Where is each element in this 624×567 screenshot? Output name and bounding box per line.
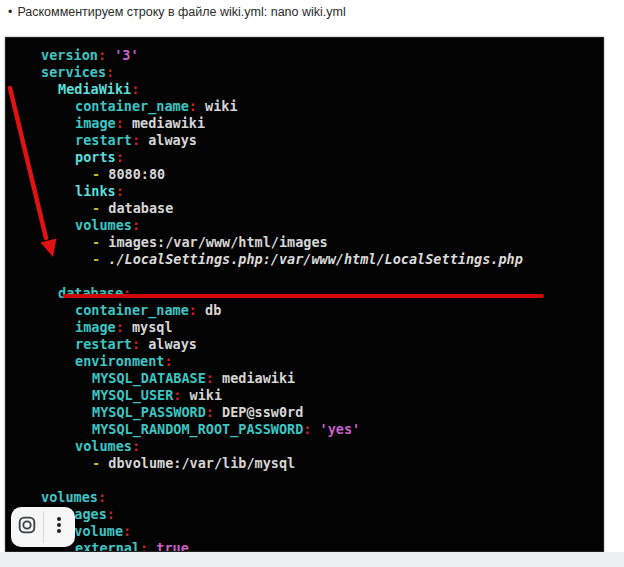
code-line: environment: [41, 353, 603, 370]
code-segment: restart [75, 132, 132, 148]
code-segment: services [41, 64, 106, 80]
code-segment: : [132, 438, 140, 454]
lens-icon [16, 514, 38, 540]
code-segment: : [132, 336, 140, 352]
code-segment: : [106, 64, 114, 80]
code-line: MYSQL_PASSWORD: DEP@ssw0rd [41, 404, 603, 421]
terminal-screenshot: version: '3'services:MediaWiki:container… [5, 37, 604, 552]
code-line: links: [41, 183, 603, 200]
code-segment: DEP@ssw0rd [214, 404, 303, 420]
code-segment: mediawiki [214, 370, 295, 386]
code-segment: - [92, 234, 108, 250]
code-line: ports: [41, 149, 603, 166]
code-segment: 8080:80 [108, 166, 165, 182]
code-line: - database [41, 200, 603, 217]
code-segment: : [140, 540, 148, 552]
code-line: volumes: [41, 217, 603, 234]
code-segment: always [140, 132, 197, 148]
code-line: external: true [41, 540, 603, 552]
image-hover-toolbar [11, 507, 75, 547]
code-line: image: mediawiki [41, 115, 603, 132]
code-segment: - [92, 200, 108, 216]
code-segment: '3' [106, 47, 139, 63]
code-line: images: [41, 506, 603, 523]
code-line: - dbvolume:/var/lib/mysql [41, 455, 603, 472]
code-segment: - [92, 455, 108, 471]
code-line: volumes: [41, 438, 603, 455]
code-segment: : [132, 132, 140, 148]
code-segment: : [131, 81, 139, 97]
code-segment: MYSQL_DATABASE [92, 370, 206, 386]
code-segment: : [164, 353, 172, 369]
code-line: version: '3' [41, 47, 603, 64]
code-segment: restart [75, 336, 132, 352]
code-segment: container_name [75, 98, 189, 114]
code-segment: : [116, 149, 124, 165]
code-segment: MYSQL_PASSWORD [92, 404, 206, 420]
code-segment: environment [75, 353, 164, 369]
code-segment: ports [75, 149, 116, 165]
code-line: services: [41, 64, 603, 81]
code-segment: : [189, 98, 197, 114]
code-line: container_name: wiki [41, 98, 603, 115]
code-segment: database [108, 200, 173, 216]
page-bottom-strip [0, 552, 624, 567]
code-segment: volumes [75, 217, 132, 233]
code-segment: image [75, 319, 116, 335]
code-segment: : [206, 370, 214, 386]
code-segment: - [92, 251, 108, 267]
code-segment: : [116, 183, 124, 199]
code-segment: external [75, 540, 140, 552]
code-segment: MYSQL_RANDOM_ROOT_PASSWORD [92, 421, 303, 437]
code-line: MYSQL_USER: wiki [41, 387, 603, 404]
code-segment: version [41, 47, 98, 63]
code-line: MYSQL_DATABASE: mediawiki [41, 370, 603, 387]
code-segment: 'yes' [311, 421, 360, 437]
code-segment: : [116, 115, 124, 131]
bullet-glyph: • [8, 5, 12, 19]
code-segment: volumes [41, 489, 98, 505]
code-segment: mysql [124, 319, 173, 335]
code-segment: : [98, 489, 106, 505]
code-line: - images:/var/www/html/images [41, 234, 603, 251]
code-segment: MediaWiki [58, 81, 131, 97]
code-line [41, 268, 603, 285]
code-segment: images:/var/www/html/images [108, 234, 327, 250]
code-segment: volumes [75, 438, 132, 454]
code-segment: db [197, 302, 221, 318]
code-segment: links [75, 183, 116, 199]
code-segment: : [189, 302, 197, 318]
code-line: dbvolume: [41, 523, 603, 540]
code-segment: wiki [181, 387, 222, 403]
code-segment: : [123, 285, 131, 301]
code-segment: : [116, 319, 124, 335]
code-segment: MYSQL_USER [92, 387, 173, 403]
code-segment: database [58, 285, 123, 301]
code-segment: dbvolume:/var/lib/mysql [108, 455, 295, 471]
code-segment: : [132, 217, 140, 233]
red-underline-annotation [63, 294, 544, 298]
intro-line: • Раскомментируем строку в файле wiki.ym… [8, 5, 346, 19]
code-line: container_name: db [41, 302, 603, 319]
code-line: restart: always [41, 336, 603, 353]
code-segment: - [92, 166, 108, 182]
code-segment: true [148, 540, 189, 552]
code-line: volumes: [41, 489, 603, 506]
code-segment: image [75, 115, 116, 131]
code-line: restart: always [41, 132, 603, 149]
code-line: - ./LocalSettings.php:/var/www/html/Loca… [41, 251, 603, 268]
code-line: image: mysql [41, 319, 603, 336]
code-segment: mediawiki [124, 115, 205, 131]
code-segment: container_name [75, 302, 189, 318]
more-options-button[interactable] [44, 507, 76, 547]
code-line: - 8080:80 [41, 166, 603, 183]
code-segment: wiki [197, 98, 238, 114]
kebab-menu-icon [50, 514, 68, 540]
code-line: MediaWiki: [41, 81, 603, 98]
code-line [41, 472, 603, 489]
lens-search-button[interactable] [11, 507, 43, 547]
intro-text: Раскомментируем строку в файле wiki.yml:… [17, 5, 345, 19]
code-segment: : [206, 404, 214, 420]
code-segment: : [98, 47, 106, 63]
code-segment: ./LocalSettings.php:/var/www/html/LocalS… [108, 251, 523, 267]
